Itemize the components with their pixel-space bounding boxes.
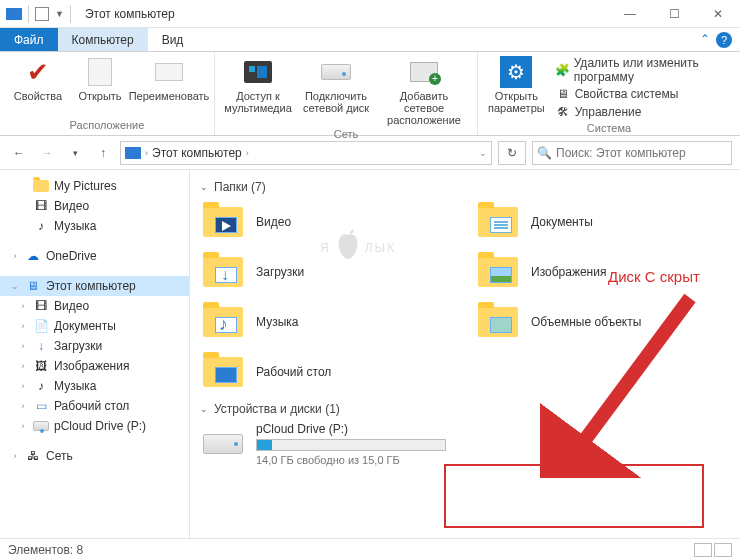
search-box[interactable]: 🔍: [532, 141, 732, 165]
computer-icon: 🖥: [24, 278, 42, 294]
svg-line-0: [570, 298, 690, 460]
items-view: ⌄Папки (7) Видео Документы Загрузки Изоб…: [190, 170, 740, 540]
chevron-right-icon: ›: [246, 148, 249, 158]
music-icon: ♪: [32, 218, 50, 234]
sidebar-item-onedrive[interactable]: ›☁OneDrive: [0, 246, 189, 266]
folder-documents[interactable]: Документы: [475, 200, 730, 244]
address-bar[interactable]: › Этот компьютер › ⌄: [120, 141, 492, 165]
open-icon: [84, 56, 116, 88]
gear-icon: ⚙: [500, 56, 532, 88]
sidebar-item-video[interactable]: 🎞Видео: [0, 196, 189, 216]
rename-icon: [153, 56, 185, 88]
minimize-button[interactable]: —: [608, 0, 652, 28]
ribbon-group-system: ⚙ Открыть параметры 🧩Удалить или изменит…: [478, 52, 740, 135]
manage-button[interactable]: 🛠Управление: [555, 104, 730, 120]
image-icon: 🖼: [32, 358, 50, 374]
sidebar-item-documents[interactable]: ›📄Документы: [0, 316, 189, 336]
sidebar-item-pcloud[interactable]: ›pCloud Drive (P:): [0, 416, 189, 436]
map-drive-button[interactable]: Подключить сетевой диск: [301, 56, 371, 114]
ribbon-group-network: Доступ к мультимедиа Подключить сетевой …: [215, 52, 478, 135]
sidebar-item-this-pc[interactable]: ⌄🖥Этот компьютер: [0, 276, 189, 296]
ribbon: ✔ Свойства Открыть Переименовать Располо…: [0, 52, 740, 136]
media-icon: [242, 56, 274, 88]
video-folder-icon: [200, 202, 246, 242]
sidebar-item-music-sub[interactable]: ›♪Музыка: [0, 376, 189, 396]
folder-video[interactable]: Видео: [200, 200, 455, 244]
sidebar-item-pictures[interactable]: My Pictures: [0, 176, 189, 196]
tab-view[interactable]: Вид: [148, 28, 198, 51]
system-props-icon: 🖥: [555, 86, 571, 102]
separator: [70, 5, 71, 23]
maximize-button[interactable]: ☐: [652, 0, 696, 28]
details-view-button[interactable]: [694, 543, 712, 557]
folder-icon: [32, 178, 50, 194]
open-settings-button[interactable]: ⚙ Открыть параметры: [488, 56, 545, 114]
drive-free-text: 14,0 ГБ свободно из 15,0 ГБ: [256, 454, 446, 466]
desktop-icon: ▭: [32, 398, 50, 414]
up-button[interactable]: ↑: [92, 142, 114, 164]
sidebar-item-desktop[interactable]: ›▭Рабочий стол: [0, 396, 189, 416]
sidebar-item-network[interactable]: ›🖧Сеть: [0, 446, 189, 466]
breadcrumb[interactable]: Этот компьютер: [152, 146, 242, 160]
music-folder-icon: [200, 302, 246, 342]
back-button[interactable]: ←: [8, 142, 30, 164]
drive-icon: [200, 428, 246, 460]
status-item-count: Элементов: 8: [8, 543, 83, 557]
folder-downloads[interactable]: Загрузки: [200, 250, 455, 294]
collapse-ribbon-icon[interactable]: ⌃: [694, 28, 716, 51]
navigation-bar: ← → ▾ ↑ › Этот компьютер › ⌄ ↻ 🔍: [0, 136, 740, 170]
folder-desktop[interactable]: Рабочий стол: [200, 350, 455, 394]
document-icon: 📄: [32, 318, 50, 334]
media-access-button[interactable]: Доступ к мультимедиа: [225, 56, 291, 114]
desktop-folder-icon: [200, 352, 246, 392]
properties-button[interactable]: ✔ Свойства: [10, 56, 66, 102]
checkmark-icon: ✔: [22, 56, 54, 88]
rename-button[interactable]: Переименовать: [134, 56, 204, 102]
network-icon: 🖧: [24, 448, 42, 464]
cloud-icon: ☁: [24, 248, 42, 264]
search-icon: 🔍: [537, 146, 552, 160]
sidebar-item-images[interactable]: ›🖼Изображения: [0, 356, 189, 376]
ribbon-tabs: Файл Компьютер Вид ⌃ ?: [0, 28, 740, 52]
annotation-label: Диск С скрыт: [608, 268, 700, 285]
search-input[interactable]: [556, 146, 727, 160]
recent-dropdown-icon[interactable]: ▾: [64, 142, 86, 164]
sidebar-item-downloads[interactable]: ›↓Загрузки: [0, 336, 189, 356]
add-net-location-button[interactable]: + Добавить сетевое расположение: [381, 56, 467, 126]
capacity-bar: [256, 439, 446, 451]
separator: [28, 5, 29, 23]
tiles-view-button[interactable]: [714, 543, 732, 557]
tab-computer[interactable]: Компьютер: [58, 28, 148, 51]
forward-button[interactable]: →: [36, 142, 58, 164]
chevron-down-icon: ⌄: [200, 182, 208, 192]
address-dropdown-icon[interactable]: ⌄: [479, 148, 487, 158]
downloads-folder-icon: [200, 252, 246, 292]
sidebar-item-video-sub[interactable]: ›🎞Видео: [0, 296, 189, 316]
drive-label: pCloud Drive (P:): [256, 422, 446, 436]
sidebar-item-music[interactable]: ♪Музыка: [0, 216, 189, 236]
qat-dropdown-icon[interactable]: ▼: [55, 9, 64, 19]
open-button[interactable]: Открыть: [76, 56, 124, 102]
folder-music[interactable]: Музыка: [200, 300, 455, 344]
uninstall-icon: 🧩: [555, 62, 570, 78]
download-icon: ↓: [32, 338, 50, 354]
app-icon: [6, 8, 22, 20]
uninstall-button[interactable]: 🧩Удалить или изменить программу: [555, 56, 730, 84]
documents-folder-icon: [475, 202, 521, 242]
system-props-button[interactable]: 🖥Свойства системы: [555, 86, 730, 102]
section-folders[interactable]: ⌄Папки (7): [200, 180, 730, 194]
status-bar: Элементов: 8: [0, 538, 740, 560]
window-title: Этот компьютер: [85, 7, 175, 21]
content-area: My Pictures 🎞Видео ♪Музыка ›☁OneDrive ⌄🖥…: [0, 170, 740, 540]
add-location-icon: +: [408, 56, 440, 88]
video-icon: 🎞: [32, 298, 50, 314]
help-icon[interactable]: ?: [716, 32, 732, 48]
music-icon: ♪: [32, 378, 50, 394]
ribbon-group-location: ✔ Свойства Открыть Переименовать Располо…: [0, 52, 215, 135]
qat-save-icon[interactable]: [35, 7, 49, 21]
refresh-button[interactable]: ↻: [498, 141, 526, 165]
annotation-arrow-icon: [540, 288, 710, 478]
close-button[interactable]: ✕: [696, 0, 740, 28]
tab-file[interactable]: Файл: [0, 28, 58, 51]
3d-folder-icon: [475, 302, 521, 342]
